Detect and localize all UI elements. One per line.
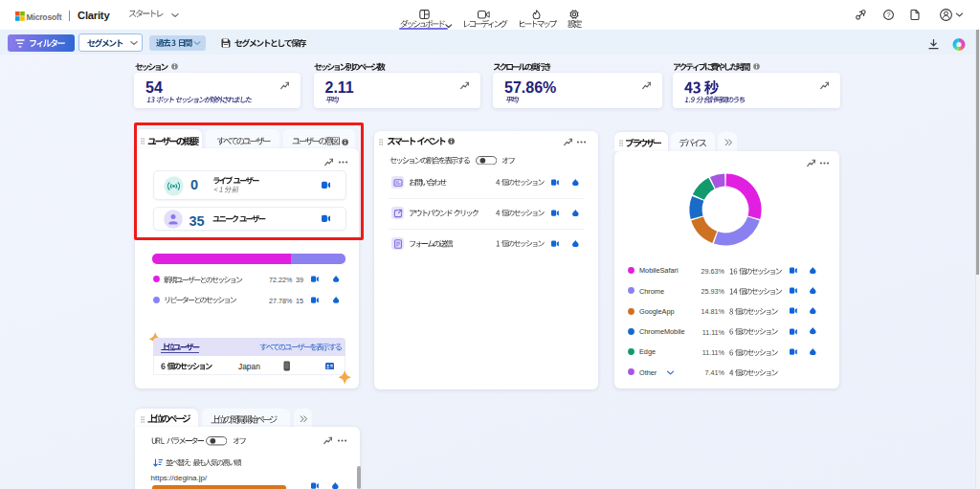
svg-text:?: ? — [887, 11, 891, 18]
